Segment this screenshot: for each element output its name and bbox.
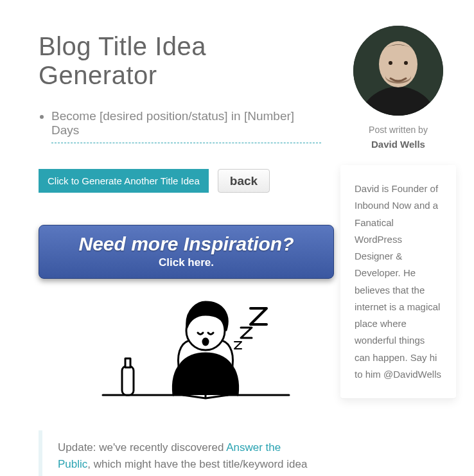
- generated-idea: Become [desired position/status] in [Num…: [51, 109, 321, 143]
- svg-rect-1: [122, 366, 134, 395]
- generate-button[interactable]: Click to Generate Another Title Idea: [39, 169, 209, 193]
- idea-list: Become [desired position/status] in [Num…: [51, 109, 321, 143]
- note-text-before: Update: we've recently discovered: [58, 441, 226, 454]
- button-row: Click to Generate Another Title Idea bac…: [39, 169, 321, 193]
- author-avatar: [353, 26, 443, 116]
- inspiration-subline: Click here.: [39, 256, 333, 269]
- sleeping-reader-illustration: [39, 283, 334, 411]
- svg-point-7: [203, 339, 208, 345]
- page-title: Blog Title Idea Generator: [39, 32, 321, 90]
- svg-rect-2: [125, 358, 130, 367]
- author-sidebar: Post written by David Wells David is Fou…: [321, 26, 456, 476]
- author-byline: Post written by David Wells: [340, 125, 456, 150]
- back-button[interactable]: back: [218, 169, 270, 193]
- inspiration-banner[interactable]: Need more Inspiration? Click here.: [39, 225, 334, 279]
- byline-label: Post written by: [369, 125, 428, 135]
- svg-point-13: [404, 61, 408, 65]
- update-note: Update: we've recently discovered Answer…: [39, 430, 321, 476]
- note-text-after: , which might have the best title/keywor…: [58, 458, 307, 476]
- author-name[interactable]: David Wells: [340, 139, 456, 150]
- inspiration-headline: Need more Inspiration?: [39, 233, 333, 255]
- svg-point-12: [389, 61, 392, 65]
- author-bio: David is Founder of Inbound Now and a Fa…: [340, 165, 456, 399]
